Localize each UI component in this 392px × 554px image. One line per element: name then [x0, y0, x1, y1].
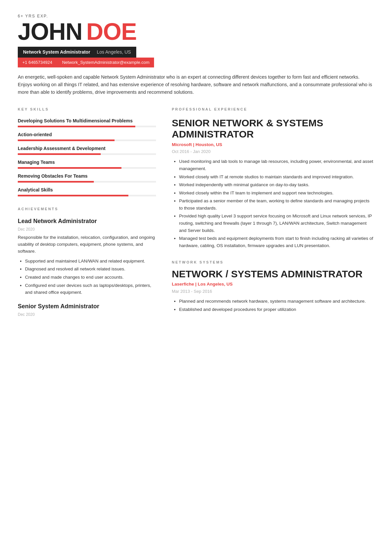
skill-bar-container-3 [18, 153, 156, 155]
skill-bar-5 [18, 181, 94, 183]
skill-name-2: Action-oriented [18, 131, 156, 138]
skill-bar-container-2 [18, 139, 156, 141]
list-item: Worked closely within the IT team to imp… [179, 189, 374, 197]
achievement-bullets-1: Supported and maintained LAN/WAN and rel… [25, 258, 156, 296]
job-section-2: NETWORK / SYSTEMS ADMINISTRATOR Laserfic… [172, 268, 374, 313]
achievement-item-1: Lead Network Administrator Dec 2020 Resp… [18, 217, 156, 296]
skill-item-6: Analytical Skills [18, 187, 156, 196]
key-skills-title: KEY SKILLS [18, 107, 156, 112]
skill-bar-1 [18, 126, 135, 127]
list-item: Participated as a senior member of the t… [179, 197, 374, 212]
list-item: Supported and maintained LAN/WAN and rel… [25, 258, 156, 265]
list-item: Managed test beds and equipment deployme… [179, 235, 374, 249]
achievement-item-2: Senior System Administrator Dec 2020 [18, 302, 156, 317]
achievements-section: ACHIEVEMENTS Lead Network Administrator … [18, 206, 156, 317]
achievement-date-2: Dec 2020 [18, 312, 156, 317]
skill-item-2: Action-oriented [18, 131, 156, 141]
skill-name-6: Analytical Skills [18, 187, 156, 193]
job-title-2: NETWORK / SYSTEMS ADMINISTRATOR [172, 268, 374, 280]
achievement-title-1: Lead Network Administrator [18, 217, 156, 226]
job-company-2: Laserfiche | Los Angeles, US [172, 281, 374, 288]
job-dates-2: Mar 2013 - Sep 2016 [172, 288, 374, 295]
contact-bar: +1 6465734924 Network_SystemAdministrato… [18, 58, 154, 67]
skill-bar-3 [18, 153, 101, 155]
list-item: Used monitoring and lab tools to manage … [179, 158, 374, 172]
network-systems-header: NETWORK SYSTEMS [172, 260, 374, 265]
list-item: Worked independently with minimal guidan… [179, 181, 374, 189]
skill-bar-container-5 [18, 181, 156, 183]
skill-item-1: Developing Solutions To Multidimensional… [18, 117, 156, 127]
list-item: Provided high quality Level 3 support se… [179, 213, 374, 234]
job-bullets-1: Used monitoring and lab tools to manage … [179, 158, 374, 249]
skill-bar-6 [18, 195, 128, 196]
summary-text: An energetic, well-spoken and capable Ne… [18, 73, 373, 96]
skills-list: Developing Solutions To Multidimensional… [18, 117, 156, 196]
skill-item-3: Leadership Assessment & Development [18, 145, 156, 155]
skill-item-5: Removing Obstacles For Teams [18, 173, 156, 183]
skill-bar-container-4 [18, 167, 156, 169]
name-row: JOHN DOE [18, 20, 374, 43]
two-col-layout: KEY SKILLS Developing Solutions To Multi… [18, 107, 374, 323]
list-item: Worked closely with IT at remote studios… [179, 173, 374, 181]
achievements-title: ACHIEVEMENTS [18, 206, 156, 212]
achievement-date-1: Dec 2020 [18, 226, 156, 232]
last-name: DOE [86, 20, 137, 43]
skill-bar-container-1 [18, 126, 156, 127]
email-address: Network_SystemAdministrator@example.com [62, 59, 149, 66]
skill-name-3: Leadership Assessment & Development [18, 145, 156, 152]
list-item: Configured end user devices such as lapt… [25, 282, 156, 296]
skill-bar-container-6 [18, 195, 156, 196]
skill-item-4: Managing Teams [18, 159, 156, 169]
list-item: Created and made changes to end user acc… [25, 274, 156, 281]
job-title-label: Network System Administrator [23, 49, 90, 56]
skill-name-5: Removing Obstacles For Teams [18, 173, 156, 180]
achievement-title-2: Senior System Administrator [18, 302, 156, 311]
skill-name-1: Developing Solutions To Multidimensional… [18, 117, 156, 124]
skill-name-4: Managing Teams [18, 159, 156, 166]
achievement-desc-1: Responsible for the installation, reloca… [18, 234, 156, 255]
right-column: PROFESSIONAL EXPERIENCE SENIOR NETWORK &… [172, 107, 374, 323]
title-bar: Network System Administrator Los Angeles… [18, 47, 136, 58]
list-item: Established and developed procedures for… [179, 306, 374, 313]
skill-bar-4 [18, 167, 121, 169]
list-item: Diagnosed and resolved all network relat… [25, 265, 156, 273]
job-company-1: Microsoft | Houston, US [172, 141, 374, 148]
first-name: JOHN [18, 20, 82, 43]
phone-number: +1 6465734924 [22, 59, 52, 66]
skill-bar-2 [18, 139, 115, 141]
left-column: KEY SKILLS Developing Solutions To Multi… [18, 107, 156, 323]
job-section-1: SENIOR NETWORK & SYSTEMS ADMINISTRATOR M… [172, 117, 374, 249]
job-bullets-2: Planned and recommends network hardware,… [179, 298, 374, 313]
job-title-1: SENIOR NETWORK & SYSTEMS ADMINISTRATOR [172, 117, 374, 140]
job-dates-1: Oct 2016 - Jan 2020 [172, 148, 374, 155]
experience-section-title: PROFESSIONAL EXPERIENCE [172, 107, 374, 112]
location-label: Los Angeles, US [97, 49, 131, 56]
list-item: Planned and recommends network hardware,… [179, 298, 374, 305]
